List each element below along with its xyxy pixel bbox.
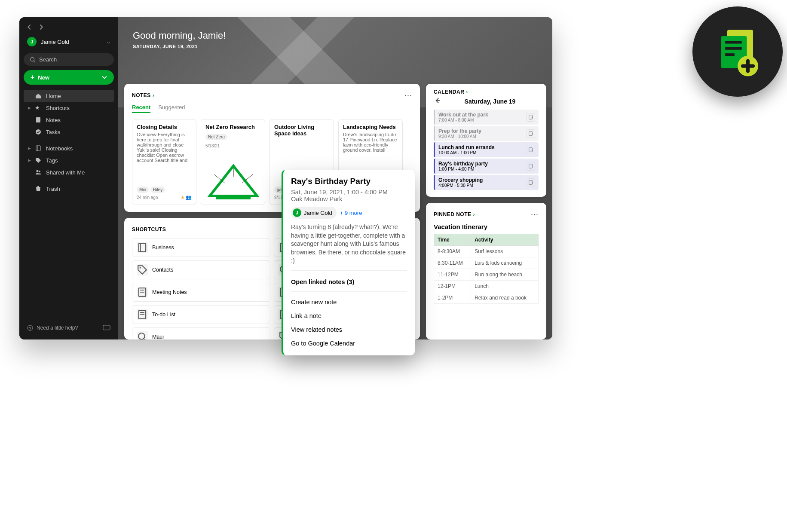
avatar: J bbox=[293, 208, 301, 217]
popup-datetime: Sat, June 19, 2021, 1:00 - 4:00 PM bbox=[291, 189, 407, 196]
keyboard-icon[interactable] bbox=[103, 325, 110, 331]
expand-icon[interactable]: ▶ bbox=[28, 158, 31, 162]
expand-icon[interactable]: ▶ bbox=[28, 146, 31, 150]
event-time: 7:00 AM - 8:00 AM bbox=[438, 118, 523, 122]
shortcuts-title: SHORTCUTS bbox=[132, 226, 166, 232]
pinned-note-name: Vacation Itinerary bbox=[434, 223, 539, 230]
attendee-chip[interactable]: JJamie Gold bbox=[291, 207, 337, 219]
add-note-icon[interactable] bbox=[527, 178, 535, 187]
calendar-event[interactable]: Grocery shopping4:00PM - 5:00 PM bbox=[434, 175, 539, 190]
back-icon[interactable] bbox=[26, 24, 32, 30]
search-icon bbox=[30, 57, 36, 63]
linked-note-icon[interactable] bbox=[527, 162, 535, 171]
star-icon: ★ bbox=[181, 195, 185, 200]
tag-chip: Riley bbox=[150, 187, 165, 193]
forward-icon[interactable] bbox=[38, 24, 44, 30]
note-icon bbox=[137, 309, 148, 320]
new-note-fab[interactable] bbox=[692, 6, 783, 97]
nav-trash[interactable]: Trash bbox=[24, 183, 114, 195]
nav-label: Notes bbox=[46, 117, 61, 123]
svg-rect-10 bbox=[216, 196, 251, 199]
calendar-date: Saturday, June 19 bbox=[441, 98, 539, 105]
shortcut-item[interactable]: Meeting Notes bbox=[132, 283, 270, 302]
nav-notebooks[interactable]: ▶Notebooks bbox=[24, 142, 114, 154]
calendar-event[interactable]: Lunch and run errands10:00 AM - 1:00 PM bbox=[434, 142, 539, 157]
calendar-event[interactable]: Work out at the park7:00 AM - 8:00 AM bbox=[434, 110, 539, 125]
notes-tabs: Recent Suggested bbox=[132, 104, 412, 113]
note-title: Outdoor Living Space Ideas bbox=[274, 124, 329, 137]
calendar-back-icon[interactable] bbox=[434, 97, 441, 106]
shortcut-item[interactable]: To-do List bbox=[132, 305, 270, 324]
cell-time: 1-2PM bbox=[434, 292, 471, 304]
nav-tags[interactable]: ▶Tags bbox=[24, 154, 114, 166]
shortcut-item[interactable]: Contacts bbox=[132, 260, 270, 279]
plus-icon: + bbox=[31, 74, 34, 81]
nav-tasks[interactable]: Tasks bbox=[24, 126, 114, 138]
svg-rect-14 bbox=[139, 243, 146, 252]
trash-icon bbox=[35, 185, 42, 192]
cell-time: 8:30-11AM bbox=[434, 257, 471, 269]
calendar-event[interactable]: Ray's birthday party1:00 PM - 4:00 PM bbox=[434, 159, 539, 174]
tab-suggested[interactable]: Suggested bbox=[158, 104, 185, 113]
nav-home[interactable]: Home bbox=[24, 90, 114, 102]
user-name: Jamie Gold bbox=[41, 39, 102, 45]
chevron-right-icon: › bbox=[153, 92, 155, 98]
link-a-note-action[interactable]: Link a note bbox=[291, 309, 407, 323]
more-menu-icon[interactable]: ··· bbox=[404, 91, 412, 100]
nav-shortcuts[interactable]: ▶★Shortcuts bbox=[24, 102, 114, 114]
create-new-note-action[interactable]: Create new note bbox=[291, 295, 407, 309]
note-card[interactable]: Closing Details Overview Everything is h… bbox=[132, 119, 196, 205]
new-note-icon bbox=[712, 26, 763, 77]
pinned-title[interactable]: PINNED NOTE› bbox=[434, 211, 475, 217]
calendar-title[interactable]: CALENDAR› bbox=[434, 89, 468, 95]
note-card[interactable]: Net Zero Research Net Zero 5/18/21 bbox=[201, 119, 265, 205]
svg-point-5 bbox=[37, 170, 39, 172]
add-note-icon[interactable] bbox=[527, 129, 535, 138]
nav-label: Home bbox=[46, 93, 61, 99]
help-link[interactable]: ? Need a little help? bbox=[24, 321, 114, 334]
home-icon bbox=[35, 92, 42, 99]
chevron-right-icon: › bbox=[473, 211, 475, 217]
more-attendees-link[interactable]: + 9 more bbox=[340, 210, 362, 216]
shortcut-item[interactable]: Maui bbox=[132, 327, 270, 339]
search-input[interactable]: Search bbox=[24, 53, 114, 66]
open-linked-notes[interactable]: Open linked notes (3) bbox=[291, 275, 407, 292]
tag-icon bbox=[137, 264, 148, 275]
svg-rect-32 bbox=[529, 115, 533, 119]
attendee-name: Jamie Gold bbox=[304, 210, 332, 216]
expand-icon[interactable]: ▶ bbox=[28, 106, 31, 110]
svg-rect-1 bbox=[36, 117, 40, 122]
shortcut-item[interactable]: Business bbox=[132, 238, 270, 257]
event-title: Work out at the park bbox=[438, 112, 523, 118]
nav-notes[interactable]: Notes bbox=[24, 114, 114, 126]
tab-recent[interactable]: Recent bbox=[132, 104, 150, 113]
nav-shared[interactable]: Shared with Me bbox=[24, 166, 114, 178]
note-icon bbox=[137, 287, 148, 298]
cell-time: 11-12PM bbox=[434, 269, 471, 281]
view-related-notes-action[interactable]: View related notes bbox=[291, 323, 407, 336]
event-title: Ray's birthday party bbox=[438, 161, 523, 167]
shortcut-label: To-do List bbox=[152, 312, 175, 318]
nav-label: Notebooks bbox=[46, 145, 73, 152]
svg-rect-3 bbox=[36, 146, 40, 151]
svg-point-6 bbox=[39, 171, 40, 172]
svg-rect-9 bbox=[103, 325, 110, 330]
shortcut-label: Meeting Notes bbox=[152, 289, 187, 295]
cell-time: 8-8:30AM bbox=[434, 246, 471, 257]
calendar-event[interactable]: Prep for the party9:30 AM - 10:00 AM bbox=[434, 126, 539, 141]
shortcut-label: Contacts bbox=[152, 267, 173, 273]
note-icon bbox=[35, 116, 42, 123]
search-icon bbox=[137, 331, 148, 339]
nav-label: Shared with Me bbox=[46, 169, 85, 176]
notes-title[interactable]: NOTES› bbox=[132, 92, 154, 98]
account-selector[interactable]: J Jamie Gold bbox=[24, 34, 114, 49]
table-row: 1-2PMRelax and read a book bbox=[434, 292, 539, 304]
nav-label: Tags bbox=[46, 157, 58, 164]
add-note-icon[interactable] bbox=[527, 146, 535, 154]
go-to-google-calendar-action[interactable]: Go to Google Calendar bbox=[291, 336, 407, 350]
add-note-icon[interactable] bbox=[527, 113, 535, 122]
popup-description: Ray's turning 8 (already? what!?). We're… bbox=[291, 223, 407, 271]
new-button[interactable]: +New bbox=[24, 70, 114, 85]
tag-chip: Min bbox=[137, 187, 149, 193]
more-menu-icon[interactable]: ··· bbox=[531, 210, 539, 219]
